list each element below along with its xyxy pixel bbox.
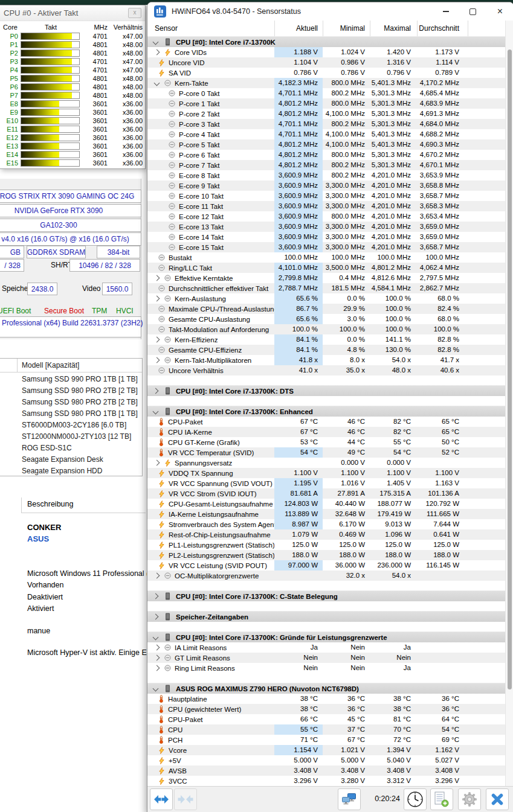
sensor-row[interactable]: Stromverbrauch des System Agent8.987 W6.… xyxy=(147,519,505,529)
column-sensor[interactable]: Sensor xyxy=(147,21,274,36)
sensor-row[interactable]: P-core 7 Takt4,801.2 MHz800.2 MHz5,301.3… xyxy=(147,160,505,170)
close-icon[interactable]: x xyxy=(128,8,141,18)
expand-chevron-icon[interactable] xyxy=(154,337,160,343)
sensor-row[interactable]: Gesamte CPU-Auslastung65.6 %3.0 %100.0 %… xyxy=(147,314,505,324)
sensor-table-header[interactable]: Sensor Aktuell Minimal Maximal Durchschn… xyxy=(147,21,505,37)
close-button[interactable]: × xyxy=(486,2,513,21)
sensor-row[interactable]: Bustakt100.0 MHz100.0 MHz100.0 MHz100.0 … xyxy=(147,252,505,263)
sensor-row[interactable]: VR VCC Spannung (SVID VOUT)1.195 V1.016 … xyxy=(147,478,505,488)
drive-column-header[interactable]: Modell [Kapazität] xyxy=(22,361,79,369)
sensor-row[interactable]: VR VCC Leistung (SVID POUT)97.000 W36.00… xyxy=(147,560,505,571)
expand-chevron-icon[interactable] xyxy=(154,665,160,671)
sensor-row[interactable]: P-core 1 Takt4,801.2 MHz800.0 MHz5,301.3… xyxy=(147,98,505,109)
sensor-row[interactable]: Ring Limit ReasonsNeinNeinJa xyxy=(147,663,505,673)
expand-chevron-icon[interactable] xyxy=(154,573,160,579)
sensor-row[interactable]: PCH71 °C67 °C72 °C69 °C xyxy=(147,735,505,745)
minimize-button[interactable] xyxy=(432,2,459,21)
expand-chevron-icon[interactable] xyxy=(153,635,159,641)
sensor-row[interactable]: Spannungsversatz0.000 V0.000 V xyxy=(147,458,505,468)
drive-item[interactable]: Seagate Expansion Desk xyxy=(22,454,140,465)
sensor-row[interactable]: PL2-Leistungsgrenzwert (Statisch)188.0 W… xyxy=(147,550,505,560)
sensor-row[interactable]: AVSB3.408 V3.408 V3.408 V3.408 V xyxy=(147,766,505,776)
sensor-row[interactable]: Gesamte CPU-Effizienz84.1 %4.8 %130.0 %8… xyxy=(147,345,505,355)
maximize-button[interactable] xyxy=(459,2,486,21)
sensor-row[interactable]: CPU-Gesamt-Leistungsaufnahme124.803 W40.… xyxy=(147,499,505,509)
sensor-row[interactable]: IA-Kerne Leistungsaufnahme113.889 W32.64… xyxy=(147,509,505,519)
sensor-row[interactable]: Kern-Auslastung65.6 %0.0 %100.0 %68.0 % xyxy=(147,293,505,304)
sensor-section-header[interactable]: CPU [#0]: Intel Core i7-13700K: C-State … xyxy=(147,590,505,601)
expand-chevron-icon[interactable] xyxy=(154,50,160,56)
sensor-row[interactable]: E-core 10 Takt3,600.9 MHz3,300.0 MHz4,20… xyxy=(147,191,505,201)
sensor-row[interactable]: CPU GT-Kerne (Grafik)53 °C44 °C55 °C50 °… xyxy=(147,437,505,447)
clock-button[interactable] xyxy=(404,788,427,810)
sensor-row[interactable]: P-core 5 Takt4,801.2 MHz4,100.0 MHz5,401… xyxy=(147,139,505,150)
sensor-section-header[interactable]: ASUS ROG MAXIMUS Z790 HERO (Nuvoton NCT6… xyxy=(147,683,505,694)
sensor-row[interactable]: Core VIDs1.188 V1.024 V1.420 V1.173 V xyxy=(147,47,505,57)
cpu-window-titlebar[interactable]: CPU #0 - Aktiver Takt x xyxy=(0,5,145,21)
sensor-row[interactable]: VR VCC Strom (SVID IOUT)81.681 A27.891 A… xyxy=(147,488,505,499)
sensor-row[interactable]: +5V5.000 V5.000 V5.040 V5.027 V xyxy=(147,755,505,766)
sensor-row[interactable]: IA Limit ReasonsJaNeinJa xyxy=(147,642,505,653)
sensor-row[interactable]: P-core 0 Takt4,701.1 MHz800.2 MHz5,301.3… xyxy=(147,88,505,98)
sensor-row[interactable]: OC-Multiplikatorgrenzwerte32.0 x54.0 x xyxy=(147,571,505,581)
scrollbar-thumb[interactable] xyxy=(508,50,512,689)
sensor-row[interactable]: P-core 3 Takt4,701.1 MHz800.2 MHz5,301.3… xyxy=(147,119,505,129)
settings-button[interactable] xyxy=(458,788,481,810)
sensor-row[interactable]: CPU IA-Kerne67 °C46 °C82 °C65 °C xyxy=(147,427,505,437)
description-column-header[interactable]: Beschreibung xyxy=(27,500,73,508)
expand-chevron-icon[interactable] xyxy=(153,388,159,394)
drive-item[interactable]: ROG ESD-S1C xyxy=(22,443,140,454)
sensor-row[interactable]: P-core 6 Takt4,801.2 MHz800.0 MHz5,301.3… xyxy=(147,150,505,160)
sensor-row[interactable]: CPU (gewichteter Wert)38 °C36 °C38 °C36 … xyxy=(147,704,505,714)
remote-sensors-button[interactable] xyxy=(338,788,361,810)
sensor-row[interactable]: Kern-Takte4,182.3 MHz800.0 MHz5,401.3 MH… xyxy=(147,78,505,88)
vertical-scrollbar[interactable] xyxy=(505,21,513,787)
sensor-section-header[interactable]: CPU [#0]: Intel Core i7-13700K xyxy=(147,36,505,47)
report-button[interactable] xyxy=(430,788,453,810)
expand-columns-button[interactable] xyxy=(150,788,173,810)
sensor-row[interactable]: Hauptplatine38 °C36 °C38 °C36 °C xyxy=(147,694,505,704)
sensor-row[interactable]: Effektive Kerntakte2,799.8 MHz0.4 MHz4,8… xyxy=(147,273,505,283)
sensor-row[interactable]: Kern-Takt-Multiplikatoren41.8 x8.0 x54.0… xyxy=(147,355,505,365)
expand-chevron-icon[interactable] xyxy=(153,614,159,620)
sensor-row[interactable]: E-core 13 Takt3,600.9 MHz3,300.0 MHz4,20… xyxy=(147,222,505,232)
expand-chevron-icon[interactable] xyxy=(154,645,160,651)
sensor-row[interactable]: SA VID0.786 V0.786 V0.796 V0.789 V xyxy=(147,68,505,78)
sensor-row[interactable]: Vcore1.154 V1.021 V1.394 V1.162 V xyxy=(147,745,505,755)
sensor-row[interactable]: E-core 8 Takt3,600.9 MHz800.2 MHz4,201.0… xyxy=(147,170,505,181)
drive-item[interactable]: Seagate Expansion HDD xyxy=(22,465,140,477)
hwinfo-titlebar[interactable]: HWiNFO64 v8.04-5470 - Sensorstatus × xyxy=(147,2,513,21)
drive-item[interactable]: Samsung SSD 980 PRO 1TB [1 TB] xyxy=(22,408,140,420)
drive-item[interactable]: ST6000DM003-2CY186 [6.0 TB] xyxy=(22,420,140,431)
expand-chevron-icon[interactable] xyxy=(153,686,159,692)
expand-chevron-icon[interactable] xyxy=(154,296,160,302)
sensor-row[interactable]: CPU55 °C37 °C70 °C54 °C xyxy=(147,724,505,735)
sensor-row[interactable]: 3VCC3.296 V3.280 V3.312 V3.296 V xyxy=(147,776,505,786)
column-durchschnitt[interactable]: Durchschnitt xyxy=(417,21,468,36)
sensor-row[interactable]: GT Limit ReasonsNeinNeinNein xyxy=(147,653,505,663)
sensor-row[interactable]: Kern-Effizienz84.1 %0.0 %141.1 %82.8 % xyxy=(147,334,505,345)
sensor-row[interactable]: E-core 11 Takt3,600.9 MHz3,300.0 MHz4,20… xyxy=(147,201,505,211)
sensor-section-header[interactable]: CPU [#0]: Intel Core i7-13700K: Enhanced xyxy=(147,406,505,417)
sensor-section-header[interactable]: Speicher-Zeitangaben xyxy=(147,611,505,622)
sensor-row[interactable]: CPU-Paket67 °C46 °C82 °C65 °C xyxy=(147,417,505,427)
sensor-row[interactable]: Maximale CPU-/Thread-Auslastung86.7 %29.… xyxy=(147,304,505,314)
drive-item[interactable]: Samsung SSD 980 PRO 2TB [2 TB] xyxy=(22,397,140,408)
sensor-row[interactable]: PL1-Leistungsgrenzwert (Statisch)125.0 W… xyxy=(147,540,505,550)
sensor-row[interactable]: VDDQ TX Spannung1.100 V1.100 V1.100 V1.1… xyxy=(147,468,505,478)
sensor-row[interactable]: Ring/LLC Takt4,101.0 MHz3,500.0 MHz4,801… xyxy=(147,263,505,273)
sensor-row[interactable]: E-core 12 Takt3,600.9 MHz800.0 MHz4,201.… xyxy=(147,211,505,222)
expand-chevron-icon[interactable] xyxy=(153,409,159,415)
drive-item[interactable]: Samsung SSD 980 PRO 2TB [2 TB] xyxy=(22,385,140,397)
sensor-row[interactable]: VR VCC Temperatur (SVID)54 °C49 °C54 °C5… xyxy=(147,447,505,458)
expand-chevron-icon[interactable] xyxy=(154,460,160,466)
expand-chevron-icon[interactable] xyxy=(154,275,160,281)
sensor-row[interactable]: E-core 15 Takt3,600.9 MHz3,300.0 MHz4,20… xyxy=(147,242,505,252)
sensor-row[interactable]: Takt-Modulation auf Anforderung100.0 %10… xyxy=(147,324,505,334)
column-maximal[interactable]: Maximal xyxy=(370,21,417,36)
sensor-row[interactable]: P-core 4 Takt4,701.1 MHz4,100.0 MHz5,401… xyxy=(147,129,505,139)
expand-chevron-icon[interactable] xyxy=(154,655,160,661)
drive-item[interactable]: Samsung SSD 990 PRO 1TB [1 TB] xyxy=(22,374,140,385)
sensor-row[interactable]: Uncore Verhältnis41.0 x35.0 x48.0 x40.6 … xyxy=(147,365,505,376)
sensor-row[interactable]: CPU-Paket66 °C45 °C81 °C64 °C xyxy=(147,714,505,724)
